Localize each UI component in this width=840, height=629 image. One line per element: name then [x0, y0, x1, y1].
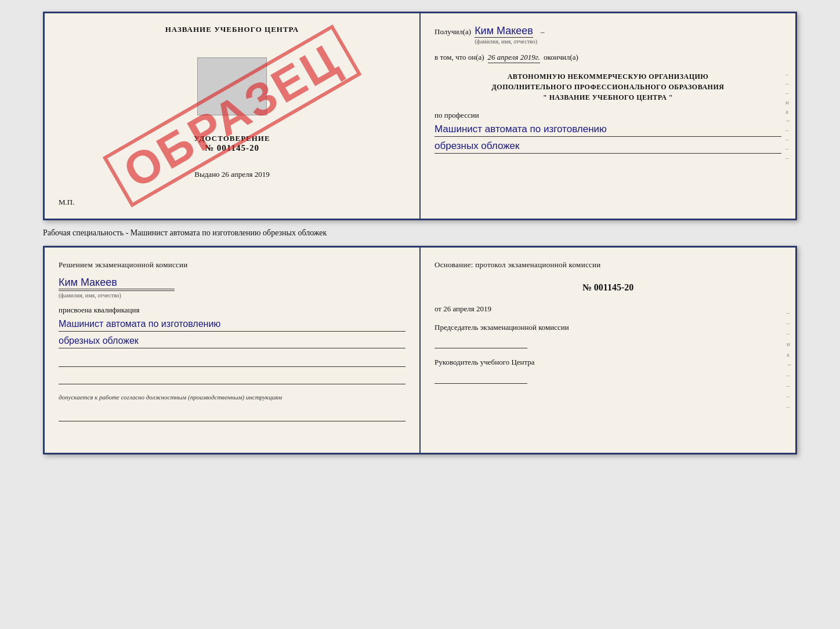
udostoverenie-label: УДОСТОВЕРЕНИЕ — [194, 134, 270, 143]
protocol-number: № 001145-20 — [435, 282, 781, 293]
watermark: ОБРАЗЕЦ — [103, 24, 361, 207]
right-edge-chars: –––иа←–––– — [785, 71, 792, 161]
recipient-block: Ким Макеев (фамилия, имя, отчество) — [475, 25, 537, 45]
udost-number: № 001145-20 — [194, 143, 270, 153]
vydano-date: 26 апреля 2019 — [222, 170, 270, 179]
recipient-label: Получил(а) — [435, 27, 471, 37]
udostoverenie-block: УДОСТОВЕРЕНИЕ № 001145-20 — [194, 134, 270, 153]
completion-date: 26 апреля 2019г. — [488, 53, 540, 63]
blank-lines — [59, 357, 405, 384]
blank-line-3 — [59, 411, 405, 421]
person-block: Ким Макеев (фамилия, имя, отчество) — [59, 277, 405, 300]
watermark-text: ОБРАЗЕЦ — [103, 24, 361, 207]
blank-line-1 — [59, 357, 405, 367]
vydano-line: Выдано 26 апреля 2019 — [194, 170, 269, 179]
director-block: Руководитель учебного Центра — [435, 357, 781, 384]
chairman-block: Председатель экзаменационной комиссии — [435, 322, 781, 349]
person-name: Ким Макеев — [59, 277, 175, 289]
document-container: НАЗВАНИЕ УЧЕБНОГО ЦЕНТРА ОБРАЗЕЦ УДОСТОВ… — [43, 12, 797, 455]
qual-value-line2: обрезных обложек — [59, 334, 405, 348]
v-tom-chto-label: в том, что он(а) — [435, 53, 484, 62]
protocol-date-value: 26 апреля 2019 — [443, 304, 491, 313]
recipient-line: Получил(а) Ким Макеев (фамилия, имя, отч… — [435, 25, 781, 45]
top-document: НАЗВАНИЕ УЧЕБНОГО ЦЕНТРА ОБРАЗЕЦ УДОСТОВ… — [43, 12, 797, 220]
date-okonchil-line: в том, что он(а) 26 апреля 2019г. окончи… — [435, 53, 781, 63]
mp-line: М.П. — [59, 198, 74, 207]
org-line1: АВТОНОМНУЮ НЕКОММЕРЧЕСКУЮ ОРГАНИЗАЦИЮ — [435, 71, 781, 82]
fio-sub-bottom: (фамилия, имя, отчество) — [59, 290, 175, 299]
blank-line-2 — [59, 374, 405, 384]
top-doc-right: Получил(а) Ким Макеев (фамилия, имя, отч… — [421, 13, 795, 219]
director-label: Руководитель учебного Центра — [435, 358, 535, 366]
org-block: АВТОНОМНУЮ НЕКОММЕРЧЕСКУЮ ОРГАНИЗАЦИЮ ДО… — [435, 71, 781, 103]
fio-sublabel: (фамилия, имя, отчество) — [475, 38, 537, 45]
okonchil-label: окончил(а) — [544, 53, 578, 62]
photo-placeholder — [197, 57, 267, 115]
protocol-date: от 26 апреля 2019 — [435, 304, 781, 314]
top-doc-left: НАЗВАНИЕ УЧЕБНОГО ЦЕНТРА ОБРАЗЕЦ УДОСТОВ… — [45, 13, 421, 219]
recipient-name: Ким Макеев — [475, 25, 533, 38]
assigned-qual: присвоена квалификация Машинист автомата… — [59, 306, 405, 348]
po-professii-label: по профессии — [435, 111, 479, 119]
osnovaniye-block: Основание: протокол экзаменационной коми… — [435, 259, 781, 271]
dopuskaetsya-text: допускается к работе согласно должностны… — [59, 394, 282, 401]
qual-value-line1: Машинист автомата по изготовлению — [59, 317, 405, 332]
chairman-label: Председатель экзаменационной комиссии — [435, 323, 569, 332]
profession-value-line1: Машинист автомата по изготовлению — [435, 122, 781, 137]
profession-block: по профессии Машинист автомата по изгото… — [435, 111, 781, 154]
specialty-label: Рабочая специальность - Машинист автомат… — [43, 226, 327, 240]
ot-label: от — [435, 304, 441, 313]
org-line3: " НАЗВАНИЕ УЧЕБНОГО ЦЕНТРА " — [435, 92, 781, 103]
chairman-signature-line — [435, 338, 527, 348]
profession-value-line2: обрезных обложек — [435, 139, 781, 154]
director-signature-line — [435, 373, 527, 384]
bottom-document: Решением экзаменационной комиссии Ким Ма… — [43, 246, 797, 455]
commission-title: Решением экзаменационной комиссии — [59, 259, 405, 271]
bottom-doc-right: Основание: протокол экзаменационной коми… — [421, 248, 795, 453]
vydano-label: Выдано — [194, 170, 219, 179]
right-edge-bottom-chars: –––иа←–––– — [787, 309, 793, 410]
org-line2: ДОПОЛНИТЕЛЬНОГО ПРОФЕССИОНАЛЬНОГО ОБРАЗО… — [435, 82, 781, 92]
assigned-qual-label: присвоена квалификация — [59, 306, 139, 314]
dopuskaetsya-line: допускается к работе согласно должностны… — [59, 394, 405, 401]
school-name-top: НАЗВАНИЕ УЧЕБНОГО ЦЕНТРА — [165, 25, 299, 34]
bottom-doc-left: Решением экзаменационной комиссии Ким Ма… — [45, 248, 421, 453]
